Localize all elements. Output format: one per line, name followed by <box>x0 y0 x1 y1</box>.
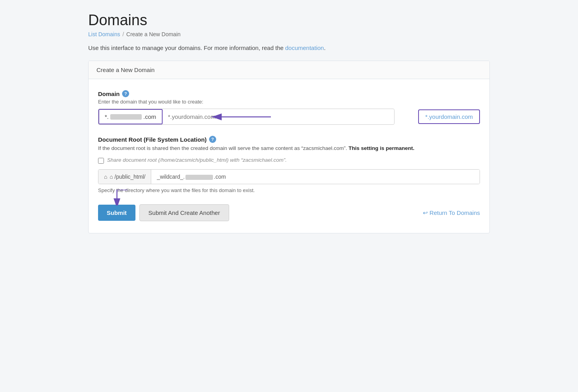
return-to-domains-link[interactable]: ↩ Return To Domains <box>423 209 480 216</box>
card-header: Create a New Domain <box>89 61 489 79</box>
docroot-help-icon[interactable]: ? <box>209 136 216 143</box>
breadcrumb: List Domains / Create a New Domain <box>88 31 490 37</box>
docroot-description: If the document root is shared then the … <box>98 144 480 152</box>
domain-help-icon[interactable]: ? <box>122 90 129 97</box>
breadcrumb-current: Create a New Domain <box>126 31 181 37</box>
path-hint: Specify the directory where you want the… <box>98 187 480 193</box>
documentation-link[interactable]: documentation <box>285 44 324 51</box>
domain-field-desc: Enter the domain that you would like to … <box>98 99 480 105</box>
page-title: Domains <box>88 12 490 29</box>
submit-arrow-wrapper: Submit <box>98 205 135 221</box>
submit-and-create-another-button[interactable]: Submit And Create Another <box>139 204 229 221</box>
path-input-row: ⌂ ⌂ /public_html/ _wildcard_..com <box>98 169 480 184</box>
domain-blurred-text <box>110 114 142 120</box>
domain-input[interactable] <box>163 109 395 124</box>
page-description: Use this interface to manage your domain… <box>88 44 490 51</box>
share-docroot-label[interactable]: Share document root (/home/zacsmich/publ… <box>107 157 287 163</box>
document-root-section: Document Root (File System Location) ? I… <box>98 136 480 193</box>
domain-field-section: Domain ? Enter the domain that you would… <box>98 90 480 125</box>
domain-annotation-wrapper: *..com *.yourdomain.c <box>98 109 480 125</box>
share-docroot-checkbox[interactable] <box>98 158 104 164</box>
breadcrumb-separator: / <box>122 31 124 37</box>
breadcrumb-parent-link[interactable]: List Domains <box>88 31 120 37</box>
submit-section: Submit Submit And Create Another ↩ Retur… <box>98 204 480 221</box>
share-docroot-row: Share document root (/home/zacsmich/publ… <box>98 157 480 164</box>
path-blurred <box>185 175 213 180</box>
domain-prefix-display: *..com <box>98 109 163 124</box>
domain-field-label: Domain ? <box>98 90 480 97</box>
document-root-label: Document Root (File System Location) ? <box>98 136 480 143</box>
domain-annotation-box: *.yourdomain.com <box>418 109 480 124</box>
path-prefix: ⌂ ⌂ /public_html/ <box>98 170 151 184</box>
domain-input-container: *..com <box>98 109 395 125</box>
home-icon: ⌂ <box>104 174 107 180</box>
submit-button[interactable]: Submit <box>98 205 135 221</box>
path-input-display: _wildcard_..com <box>151 170 480 184</box>
create-domain-card: Create a New Domain Domain ? Enter the d… <box>88 61 490 233</box>
